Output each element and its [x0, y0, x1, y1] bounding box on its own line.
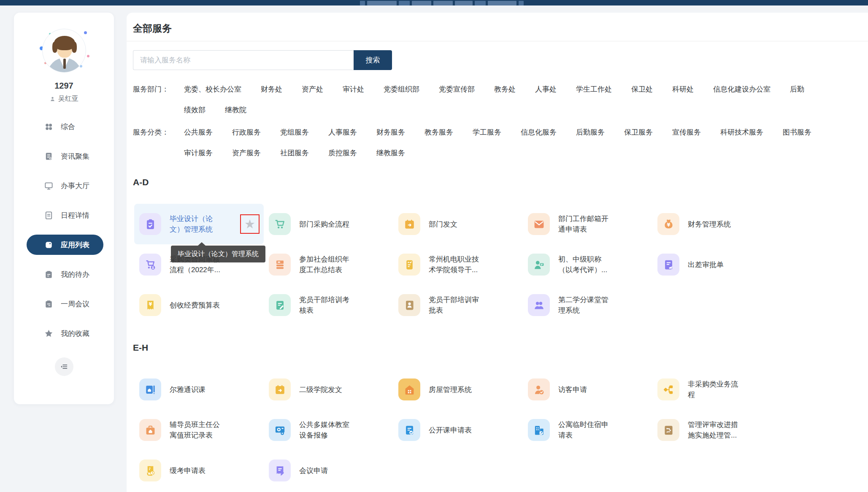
- sidebar-item[interactable]: 一周会议: [14, 289, 114, 319]
- app-label: 初、中级职称（以考代评）...: [558, 254, 614, 275]
- app-tile[interactable]: ¥创收经费预算表: [134, 285, 264, 325]
- app-tile[interactable]: 公寓临时住宿申请表: [523, 410, 652, 450]
- sidebar-item[interactable]: 应用列表: [27, 235, 103, 255]
- filter-option[interactable]: 科研技术服务: [720, 126, 763, 139]
- app-tile[interactable]: 党员干部培训考核表: [264, 285, 393, 325]
- app-tile[interactable]: 出差审批单: [652, 244, 782, 285]
- app-tile[interactable]: 参加社会组织年度工作总结表: [264, 244, 393, 285]
- app-tile[interactable]: 第二学分课堂管理系统: [523, 285, 652, 325]
- user-id: 1297: [14, 81, 114, 91]
- app-grid: 尔雅通识课二级学院发文房屋管理系统访客申请非采购类业务流程辅导员班主任公寓值班记…: [134, 369, 860, 491]
- app-tile[interactable]: 部门采购全流程: [264, 204, 393, 244]
- filter-option[interactable]: 教务处: [494, 83, 516, 96]
- filter-option[interactable]: 财务服务: [376, 126, 405, 139]
- service-filters: 服务部门：党委、校长办公室财务处资产处审计处党委组织部党委宣传部教务处人事处学生…: [133, 83, 860, 160]
- clipboard-check-icon: [139, 213, 161, 235]
- app-label: 党员干部培训审批表: [429, 295, 484, 316]
- app-label: 房屋管理系统: [429, 384, 484, 395]
- filter-option[interactable]: 宣传服务: [672, 126, 701, 139]
- sidebar-item[interactable]: 我的收藏: [14, 319, 114, 348]
- app-tile[interactable]: 辅导员班主任公寓值班记录表: [134, 410, 264, 450]
- filter-option[interactable]: 保卫服务: [624, 126, 653, 139]
- app-label: 创收经费预算表: [170, 300, 225, 311]
- receipt-yen-icon: ¥: [139, 294, 161, 316]
- filter-option[interactable]: 财务处: [261, 83, 282, 96]
- filter-option[interactable]: 学工服务: [473, 126, 501, 139]
- app-tile[interactable]: 会议申请: [264, 450, 393, 491]
- filter-option[interactable]: 继教服务: [376, 146, 405, 160]
- app-label: 公开课申请表: [429, 425, 484, 435]
- doc-check-icon: [398, 419, 420, 441]
- filter-option[interactable]: 图书服务: [783, 126, 811, 139]
- app-label: 部门工作邮箱开通申请表: [558, 214, 614, 235]
- app-tile[interactable]: 非采购类业务流程: [652, 369, 782, 410]
- search-bar: 搜索: [133, 50, 860, 70]
- mail-icon: [528, 213, 550, 235]
- doc-pen-icon: [269, 294, 291, 316]
- filter-option[interactable]: 资产服务: [232, 146, 261, 160]
- sidebar-item-label: 综合: [61, 122, 75, 132]
- filter-option[interactable]: 审计服务: [184, 146, 213, 160]
- filter-option[interactable]: 学生工作处: [576, 83, 612, 96]
- briefcase-house-icon: [139, 419, 161, 441]
- filter-option[interactable]: 审计处: [343, 83, 364, 96]
- filter-option[interactable]: 质控服务: [328, 146, 357, 160]
- avatar-deco-dot: [87, 55, 89, 57]
- filter-option[interactable]: 保卫处: [631, 83, 653, 96]
- app-tile[interactable]: 公开课申请表: [393, 410, 523, 450]
- app-tile[interactable]: 访客申请: [523, 369, 652, 410]
- money-bag-icon: ¥: [657, 213, 679, 235]
- filter-option[interactable]: 党委宣传部: [439, 83, 475, 96]
- app-tile[interactable]: 二级学院发文: [264, 369, 393, 410]
- sidebar-item-label: 资讯聚集: [61, 151, 89, 161]
- filter-option[interactable]: 后勤服务: [576, 126, 605, 139]
- app-tile[interactable]: 部门发文: [393, 204, 523, 244]
- filter-label: 服务部门：: [133, 83, 184, 117]
- filter-option[interactable]: 后勤: [790, 83, 804, 96]
- filter-option[interactable]: 党委、校长办公室: [184, 83, 241, 96]
- filter-option[interactable]: 人事处: [535, 83, 557, 96]
- sidebar-item[interactable]: 我的待办: [14, 260, 114, 289]
- sidebar-item[interactable]: 资讯聚集: [14, 141, 114, 171]
- sidebar-item[interactable]: 综合: [14, 112, 114, 141]
- filter-option[interactable]: 绩效部: [184, 103, 206, 117]
- page-title: 全部服务: [133, 23, 860, 34]
- sidebar-item-label: 我的待办: [61, 270, 89, 279]
- scroll-clock-icon: [139, 460, 161, 481]
- app-tile[interactable]: 公共多媒体教室设备报修: [264, 410, 393, 450]
- search-input[interactable]: [133, 50, 354, 70]
- app-tile[interactable]: 毕业设计（论文）管理系统★毕业设计（论文）管理系统: [134, 204, 264, 244]
- app-tile[interactable]: 党员干部培训审批表: [393, 285, 523, 325]
- favorite-star-icon[interactable]: ★: [244, 218, 255, 230]
- app-tile[interactable]: ¥财务管理系统: [652, 204, 782, 244]
- sidebar: 1297 吴红亚 综合资讯聚集办事大厅日程详情应用列表我的待办一周会议我的收藏: [14, 13, 114, 404]
- app-tile[interactable]: 初、中级职称（以考代评）...: [523, 244, 652, 285]
- sidebar-item[interactable]: 日程详情: [14, 200, 114, 230]
- sidebar-item[interactable]: 办事大厅: [14, 171, 114, 200]
- filter-option[interactable]: 公共服务: [184, 126, 213, 139]
- filter-option[interactable]: 信息化服务: [521, 126, 557, 139]
- sidebar-collapse-button[interactable]: [55, 357, 73, 376]
- filter-option[interactable]: 继教院: [225, 103, 246, 117]
- app-tile[interactable]: 部门工作邮箱开通申请表: [523, 204, 652, 244]
- search-button[interactable]: 搜索: [354, 50, 392, 70]
- filter-label: 服务分类：: [133, 126, 184, 160]
- filter-option[interactable]: 资产处: [302, 83, 323, 96]
- filter-option[interactable]: 社团服务: [280, 146, 309, 160]
- app-tile[interactable]: 缓考申请表: [134, 450, 264, 491]
- filter-option[interactable]: 党委组织部: [384, 83, 419, 96]
- filter-option[interactable]: 行政服务: [232, 126, 261, 139]
- filter-option[interactable]: 科研处: [672, 83, 694, 96]
- filter-option[interactable]: 信息化建设办公室: [713, 83, 771, 96]
- app-tile[interactable]: 尔雅通识课: [134, 369, 264, 410]
- app-tile[interactable]: 房屋管理系统: [393, 369, 523, 410]
- filter-row: 服务分类：公共服务行政服务党组服务人事服务财务服务教务服务学工服务信息化服务后勤…: [133, 126, 860, 160]
- app-label: 二级学院发文: [299, 384, 355, 395]
- filter-option[interactable]: 教务服务: [425, 126, 453, 139]
- app-tile[interactable]: 管理评审改进措施实施处理管...: [652, 410, 782, 450]
- app-label: 部门采购全流程: [299, 219, 355, 230]
- filter-option[interactable]: 人事服务: [328, 126, 357, 139]
- user-avatar: [37, 28, 91, 75]
- app-tile[interactable]: 常州机电职业技术学院领导干...: [393, 244, 523, 285]
- filter-option[interactable]: 党组服务: [280, 126, 309, 139]
